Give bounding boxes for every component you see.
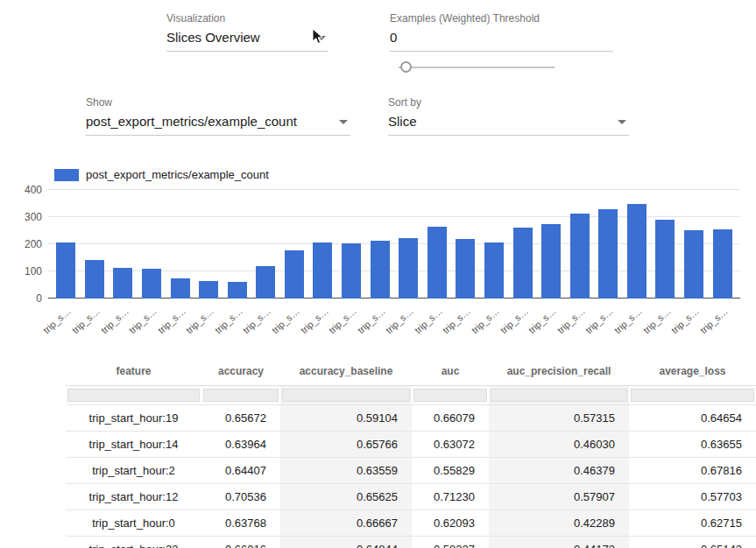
visualization-label: Visualization	[166, 12, 225, 25]
chart-y-axis: 0100200300400	[5, 190, 42, 299]
bar-slot: trip_s…	[394, 190, 423, 299]
legend-swatch	[54, 169, 79, 181]
column-header-auc[interactable]: auc	[412, 356, 489, 386]
x-tick-label: trip_s…	[70, 306, 102, 335]
example-count-bar-chart: trip_s…trip_s…trip_s…trip_s…trip_s…trip_…	[48, 190, 740, 299]
metric-cell: 0.66667	[280, 510, 412, 537]
chart-bar[interactable]	[598, 209, 618, 299]
metric-cell: 0.62715	[629, 510, 756, 537]
bar-slot: trip_s…	[81, 190, 110, 299]
chart-bar[interactable]	[56, 242, 75, 299]
x-tick-label: trip_s…	[640, 306, 672, 335]
chart-bar[interactable]	[541, 224, 561, 299]
show-metric-dropdown[interactable]: post_export_metrics/example_count	[86, 112, 350, 136]
x-tick-label: trip_s…	[213, 306, 244, 335]
table-row[interactable]: trip_start_hour:190.656720.591040.660790…	[66, 405, 756, 432]
chart-bar[interactable]	[570, 214, 590, 299]
table-row[interactable]: trip_start_hour:140.639640.657660.630720…	[66, 432, 756, 458]
chart-bar[interactable]	[228, 282, 247, 299]
x-tick-label: trip_s…	[241, 306, 272, 335]
metric-cell: 0.64654	[629, 405, 756, 432]
x-tick-label: trip_s…	[583, 306, 615, 335]
metric-cell: 0.65672	[201, 405, 280, 432]
column-header-accuracy_baseline[interactable]: accuracy_baseline	[280, 356, 412, 386]
show-metric-value: post_export_metrics/example_count	[86, 114, 297, 129]
chart-bar[interactable]	[399, 238, 418, 299]
chart-bar[interactable]	[456, 239, 475, 299]
chart-bar[interactable]	[342, 243, 361, 299]
x-tick-label: trip_s…	[526, 306, 558, 335]
feature-cell: trip_start_hour:23	[66, 537, 201, 548]
metric-cell: 0.46379	[489, 458, 629, 484]
chart-bar[interactable]	[199, 281, 218, 299]
table-row[interactable]: trip_start_hour:230.660160.648440.583370…	[66, 537, 756, 548]
chart-bar[interactable]	[142, 269, 161, 299]
y-tick-label: 300	[5, 211, 42, 223]
table-body: trip_start_hour:190.656720.591040.660790…	[66, 405, 756, 548]
bar-slot: trip_s…	[480, 190, 509, 299]
chart-bar[interactable]	[484, 242, 504, 299]
column-filter-input[interactable]	[203, 389, 279, 402]
y-tick-label: 0	[5, 292, 42, 305]
visualization-dropdown[interactable]: Slices Overview	[166, 28, 329, 52]
chart-bar[interactable]	[684, 230, 703, 299]
column-header-feature[interactable]: feature	[66, 356, 201, 386]
column-header-average_loss[interactable]: average_loss	[629, 356, 756, 386]
chart-bar[interactable]	[171, 278, 190, 299]
x-tick-label: trip_s…	[41, 306, 73, 335]
sort-by-dropdown[interactable]: Slice	[388, 112, 629, 136]
sort-by-label: Sort by	[388, 96, 421, 109]
threshold-label: Examples (Weighted) Threshold	[390, 12, 540, 25]
metric-cell: 0.64407	[201, 458, 280, 484]
table-row[interactable]: trip_start_hour:00.637680.666670.620930.…	[66, 510, 756, 537]
chart-bar[interactable]	[285, 250, 304, 299]
chart-bar[interactable]	[113, 268, 132, 299]
x-tick-label: trip_s…	[127, 306, 159, 335]
y-tick-label: 100	[5, 265, 42, 278]
chart-bar[interactable]	[256, 266, 275, 299]
bar-slot: trip_s…	[280, 190, 309, 299]
chart-bar[interactable]	[513, 228, 533, 299]
feature-cell: trip_start_hour:0	[66, 510, 201, 537]
metric-cell: 0.64844	[280, 537, 412, 548]
column-filter-input[interactable]	[67, 389, 200, 402]
slider-track[interactable]	[399, 67, 555, 68]
threshold-value: 0	[390, 30, 397, 45]
visualization-value: Slices Overview	[166, 30, 260, 45]
chart-bar[interactable]	[627, 204, 646, 299]
metric-cell: 0.57703	[629, 484, 756, 510]
column-header-accuracy[interactable]: accuracy	[201, 356, 280, 386]
metric-cell: 0.63559	[280, 458, 412, 484]
bar-slot: trip_s…	[194, 190, 223, 299]
column-filter-input[interactable]	[282, 389, 410, 402]
chart-bar[interactable]	[85, 260, 104, 299]
metric-cell: 0.65766	[280, 432, 412, 458]
chart-bar[interactable]	[371, 241, 390, 299]
column-filter-input[interactable]	[413, 389, 487, 402]
chart-bar[interactable]	[427, 227, 447, 299]
metric-cell: 0.46030	[489, 432, 629, 458]
column-header-auc_precision_recall[interactable]: auc_precision_recall	[489, 356, 629, 386]
chart-legend: post_export_metrics/example_count	[54, 168, 269, 181]
metrics-table: featureaccuracyaccuracy_baselineaucauc_p…	[66, 356, 756, 548]
chart-bar[interactable]	[313, 242, 332, 299]
slider-thumb[interactable]	[400, 61, 412, 73]
table-filter-row	[66, 386, 756, 405]
metric-cell: 0.63655	[629, 432, 756, 458]
metric-cell: 0.71230	[412, 484, 489, 510]
threshold-slider[interactable]	[399, 61, 555, 74]
x-tick-label: trip_s…	[98, 306, 130, 335]
threshold-input[interactable]: 0	[390, 28, 613, 52]
bar-slot: trip_s…	[680, 190, 709, 299]
bar-slot: trip_s…	[423, 190, 452, 299]
bar-slot: trip_s…	[651, 190, 680, 299]
chart-bar[interactable]	[713, 229, 732, 299]
table-row[interactable]: trip_start_hour:120.705360.656250.712300…	[66, 484, 756, 510]
bar-slot: trip_s…	[109, 190, 138, 299]
chart-bar[interactable]	[655, 220, 675, 299]
column-filter-input[interactable]	[631, 389, 754, 402]
column-filter-input[interactable]	[491, 389, 627, 402]
bar-slot: trip_s…	[451, 190, 480, 299]
table-row[interactable]: trip_start_hour:20.644070.635590.558290.…	[66, 458, 756, 484]
metric-cell: 0.44173	[489, 537, 629, 548]
